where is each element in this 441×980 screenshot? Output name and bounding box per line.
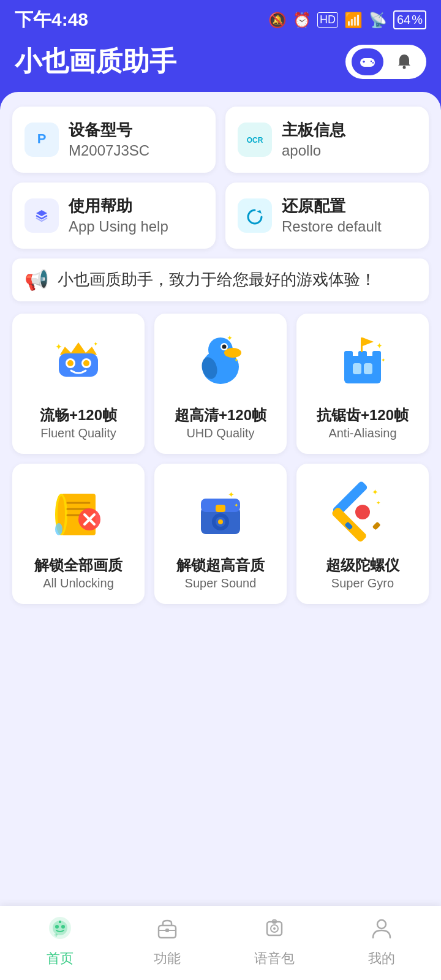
svg-point-25 <box>222 344 227 349</box>
svg-marker-36 <box>363 337 374 346</box>
nav-mine-label: 我的 <box>368 949 395 968</box>
home-icon: + <box>48 916 72 946</box>
sound-icon-area: ✦ ✦ <box>187 478 254 546</box>
gyro-label-en: Super Gyro <box>331 576 394 590</box>
gyro-icon-area: ✦ ✦ <box>329 478 396 546</box>
device-card[interactable]: P 设备型号 M2007J3SC <box>12 107 216 173</box>
nav-func-label: 功能 <box>154 949 181 968</box>
svg-text:✦: ✦ <box>234 357 239 363</box>
svg-text:✦: ✦ <box>381 357 386 363</box>
svg-text:✦: ✦ <box>228 490 235 499</box>
nav-home[interactable]: + 首页 <box>6 916 113 968</box>
info-row-device: P 设备型号 M2007J3SC OCR 主板信息 apollo <box>12 107 429 173</box>
nav-voice-label: 语音包 <box>254 949 295 968</box>
status-bar: 下午4:48 🔕 ⏰ HD 📶 📡 64% <box>0 0 441 37</box>
svg-text:✦: ✦ <box>376 500 381 506</box>
svg-point-59 <box>355 505 370 519</box>
device-icon: P <box>24 123 59 157</box>
all-unlock-card[interactable]: 解锁全部画质 All Unlocking <box>12 464 145 604</box>
header-buttons <box>345 45 426 79</box>
svg-rect-51 <box>216 505 225 512</box>
svg-text:P: P <box>37 131 47 146</box>
svg-text:✦: ✦ <box>55 342 62 352</box>
svg-point-75 <box>273 927 276 930</box>
bottom-nav: + 首页 功能 语音包 <box>0 906 441 980</box>
header: 小也画质助手 <box>0 37 441 92</box>
svg-rect-30 <box>344 351 353 361</box>
svg-point-18 <box>83 360 89 366</box>
anti-label-en: Anti-Aliasing <box>328 426 396 440</box>
svg-rect-32 <box>372 351 381 361</box>
help-icon <box>24 198 59 233</box>
board-card[interactable]: OCR 主板信息 apollo <box>225 107 429 173</box>
svg-rect-72 <box>165 929 169 932</box>
svg-rect-34 <box>364 363 372 374</box>
unlock-label-cn: 解锁全部画质 <box>34 556 123 575</box>
restore-card[interactable]: 还原配置 Restore default <box>225 183 429 249</box>
fluent-quality-card[interactable]: ✦ ✦ 流畅+120帧 Fluent Quality <box>12 314 145 454</box>
nav-voice[interactable]: 语音包 <box>221 916 328 968</box>
svg-rect-2 <box>363 60 364 62</box>
feature-grid: ✦ ✦ 流畅+120帧 Fluent Quality <box>12 314 429 604</box>
announce-icon: 📢 <box>24 268 49 292</box>
game-button[interactable] <box>352 48 383 75</box>
svg-point-48 <box>55 523 62 535</box>
anti-label-cn: 抗锯齿+120帧 <box>317 405 409 424</box>
help-card[interactable]: 使用帮助 App Using help <box>12 183 216 249</box>
svg-point-67 <box>61 925 65 929</box>
svg-point-56 <box>218 519 223 524</box>
svg-rect-35 <box>361 337 363 352</box>
voice-icon <box>262 916 287 946</box>
wifi-icon: 📡 <box>369 12 387 29</box>
svg-point-66 <box>55 925 59 929</box>
mine-icon <box>369 916 394 946</box>
nav-func[interactable]: 功能 <box>113 916 221 968</box>
nav-mine[interactable]: 我的 <box>328 916 435 968</box>
super-sound-card[interactable]: ✦ ✦ 解锁超高音质 Super Sound <box>154 464 287 604</box>
gyro-label-cn: 超级陀螺仪 <box>326 556 399 575</box>
uhd-quality-card[interactable]: ✦ ✦ 超高清+120帧 UHD Quality <box>154 314 287 454</box>
unlock-icon-area <box>45 478 112 546</box>
svg-text:✦: ✦ <box>93 341 98 347</box>
mute-icon: 🔕 <box>268 12 287 29</box>
board-icon: OCR <box>238 123 272 157</box>
status-icons: 🔕 ⏰ HD 📶 📡 64% <box>268 10 426 29</box>
help-title: 使用帮助 <box>69 196 168 217</box>
svg-point-23 <box>224 348 241 358</box>
anti-icon-area: ✦ ✦ <box>329 328 396 396</box>
svg-rect-63 <box>372 521 381 530</box>
svg-point-4 <box>372 62 374 63</box>
nav-home-label: 首页 <box>47 949 74 968</box>
svg-text:✦: ✦ <box>372 488 379 497</box>
svg-rect-31 <box>358 351 367 361</box>
func-icon <box>155 916 179 946</box>
svg-text:✦: ✦ <box>234 502 239 508</box>
device-subtitle: M2007J3SC <box>69 142 149 159</box>
app-title: 小也画质助手 <box>15 43 176 80</box>
super-gyro-card[interactable]: ✦ ✦ 超级陀螺仪 Super Gyro <box>296 464 429 604</box>
help-subtitle: App Using help <box>69 218 168 235</box>
info-row-help: 使用帮助 App Using help 还原配置 Restore default <box>12 183 429 249</box>
uhd-label-cn: 超高清+120帧 <box>175 405 266 424</box>
restore-subtitle: Restore default <box>282 218 382 235</box>
device-title: 设备型号 <box>69 120 149 141</box>
hd-icon: HD <box>317 12 338 28</box>
svg-rect-33 <box>353 363 361 374</box>
bell-button[interactable] <box>388 48 420 75</box>
svg-point-5 <box>403 66 406 69</box>
fluent-label-en: Fluent Quality <box>40 426 116 440</box>
signal-icon: 📶 <box>344 12 363 29</box>
board-title: 主板信息 <box>282 120 345 141</box>
battery-icon: 64% <box>393 10 426 29</box>
svg-text:+: + <box>54 931 58 940</box>
fluent-icon-area: ✦ ✦ <box>45 328 112 396</box>
announce-text: 小也画质助手，致力于给您最好的游戏体验！ <box>58 269 376 290</box>
uhd-label-en: UHD Quality <box>186 426 254 440</box>
svg-point-3 <box>371 60 372 61</box>
board-subtitle: apollo <box>282 142 345 159</box>
svg-point-77 <box>377 920 386 929</box>
sound-label-cn: 解锁超高音质 <box>176 556 265 575</box>
svg-text:✦: ✦ <box>227 334 233 342</box>
anti-aliasing-card[interactable]: ✦ ✦ 抗锯齿+120帧 Anti-Aliasing <box>296 314 429 454</box>
svg-rect-68 <box>59 921 61 923</box>
